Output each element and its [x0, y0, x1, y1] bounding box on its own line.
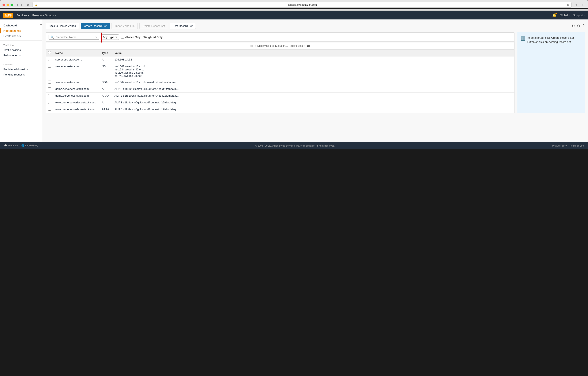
row-type: A — [100, 100, 112, 106]
row-checkbox[interactable] — [48, 58, 51, 61]
support-menu[interactable]: Support ▾ — [573, 14, 585, 17]
top-navigation: aws Services ▾ Resource Groups ▾ 🔔 Globa… — [0, 11, 588, 20]
maximize-button[interactable] — [10, 4, 13, 6]
refresh-icon[interactable]: ↻ — [572, 24, 575, 28]
row-type: NS — [100, 63, 112, 79]
sidebar-item-policy-records[interactable]: Policy records — [0, 53, 42, 58]
back-nav-button[interactable]: ‹ — [15, 2, 19, 7]
language-selector[interactable]: 🌐 English (US) — [21, 144, 38, 147]
address-bar[interactable]: 🔒 console.aws.amazon.com ↻ — [32, 2, 572, 8]
search-input[interactable] — [55, 35, 94, 39]
row-name: www.demo.serverless-stack.com. — [53, 100, 100, 106]
table-row[interactable]: serverless-stack.com. A 104.198.14.52 — [46, 56, 514, 63]
aws-logo: aws — [3, 13, 13, 18]
records-table: Name Type Value serverless-stack.com. A … — [46, 49, 514, 113]
filter-bar: 🔍 ✕ Any TypeAAAAACNAMEMXNSPTRSOASPFSRVTX… — [46, 33, 514, 42]
prev-page-button[interactable]: ‹ — [255, 44, 256, 48]
table-row[interactable]: www.demo.serverless-stack.com. AAAA ALIA… — [46, 106, 514, 113]
sidebar-item-traffic-policies[interactable]: Traffic policies — [0, 47, 42, 53]
row-value: ALIAS d1fu8eyhy6gqlt.cloudfront.net. (z2… — [112, 100, 514, 106]
row-value: ALIAS d1r8102xi6mdx3.cloudfront.net. (z2… — [112, 86, 514, 93]
settings-icon[interactable]: ⚙ — [577, 24, 580, 28]
services-chevron-icon: ▾ — [28, 14, 29, 16]
table-row[interactable]: www.demo.serverless-stack.com. A ALIAS d… — [46, 100, 514, 106]
row-type: AAAA — [100, 106, 112, 113]
row-checkbox[interactable] — [48, 101, 51, 104]
footer: 💬 Feedback 🌐 English (US) © 2008 - 2018,… — [0, 142, 588, 149]
notifications-button[interactable]: 🔔 — [552, 13, 556, 17]
table-row[interactable]: serverless-stack.com. SOA ns-1667.awsdns… — [46, 79, 514, 86]
global-menu[interactable]: Global ▾ — [560, 14, 570, 17]
copyright-text: © 2008 - 2018, Amazon Web Services, Inc.… — [255, 144, 335, 147]
row-name: demo.serverless-stack.com. — [53, 93, 100, 100]
row-value: ALIAS d1fu8eyhy6gqlt.cloudfront.net. (z2… — [112, 106, 514, 113]
content-area: Back to Hosted Zones Create Record Set I… — [42, 20, 588, 142]
sidebar-item-health-checks[interactable]: Health checks — [0, 33, 42, 39]
sidebar-collapse-button[interactable]: ◀ — [40, 23, 42, 26]
next-page-button[interactable]: › — [304, 44, 305, 48]
delete-record-set-button[interactable]: Delete Record Set — [139, 23, 168, 29]
aliases-only-checkbox[interactable] — [121, 36, 124, 39]
table-row[interactable]: serverless-stack.com. NS ns-1667.awsdns-… — [46, 63, 514, 79]
clear-search-icon[interactable]: ✕ — [95, 36, 97, 39]
row-value: 104.198.14.52 — [112, 56, 514, 63]
sidebar-item-hosted-zones[interactable]: Hosted zones — [0, 28, 42, 33]
sidebar: ◀ Dashboard Hosted zones Health checks T… — [0, 20, 42, 142]
row-checkbox[interactable] — [48, 108, 51, 111]
row-checkbox[interactable] — [48, 81, 51, 84]
row-name: serverless-stack.com. — [53, 79, 100, 86]
records-table-container: 🔍 ✕ Any TypeAAAAACNAMEMXNSPTRSOASPFSRVTX… — [46, 32, 514, 113]
row-value: ALIAS d1r8102xi6mdx3.cloudfront.net. (z2… — [112, 93, 514, 100]
resource-groups-chevron-icon: ▾ — [55, 14, 56, 16]
row-value: ns-1667.awsdns-16.co.uk. awsdns-hostmast… — [112, 79, 514, 86]
row-name: demo.serverless-stack.com. — [53, 86, 100, 93]
feedback-button[interactable]: 💬 Feedback — [4, 144, 18, 147]
services-menu[interactable]: Services ▾ — [16, 14, 29, 17]
row-value: ns-1667.awsdns-16.co.uk. ns-1284.awsdns-… — [112, 63, 514, 79]
close-button[interactable] — [2, 4, 5, 6]
minimize-button[interactable] — [7, 4, 9, 6]
privacy-policy-link[interactable]: Privacy Policy — [552, 144, 567, 147]
sidebar-item-dashboard[interactable]: Dashboard — [0, 23, 42, 28]
domains-section: Domains — [0, 62, 42, 66]
pagination-text: Displaying 1 to 12 out of 12 Record Sets — [257, 44, 303, 47]
type-column-header: Type — [100, 50, 112, 56]
first-page-button[interactable]: ⏮ — [250, 44, 253, 48]
table-row[interactable]: demo.serverless-stack.com. A ALIAS d1r81… — [46, 86, 514, 93]
pagination-bar: ⏮ ‹ Displaying 1 to 12 out of 12 Record … — [46, 43, 514, 49]
row-checkbox[interactable] — [48, 65, 51, 68]
create-record-set-button[interactable]: Create Record Set — [81, 23, 110, 29]
value-column-header: Value — [112, 50, 514, 56]
table-row[interactable]: demo.serverless-stack.com. AAAA ALIAS d1… — [46, 93, 514, 100]
support-chevron-icon: ▾ — [584, 14, 585, 16]
new-tab-button[interactable]: ＋ — [580, 2, 586, 7]
help-icon[interactable]: ? — [583, 24, 585, 28]
row-type: A — [100, 86, 112, 93]
import-zone-file-button[interactable]: Import Zone File — [112, 23, 138, 29]
test-record-set-button[interactable]: Test Record Set — [170, 23, 196, 29]
resource-groups-menu[interactable]: Resource Groups ▾ — [32, 14, 56, 17]
weighted-only-label: Weighted Only — [143, 35, 163, 39]
sidebar-item-registered-domains[interactable]: Registered domains — [0, 66, 42, 72]
reload-button[interactable]: ↻ — [567, 3, 569, 7]
row-name: serverless-stack.com. — [53, 63, 100, 79]
toolbar: Back to Hosted Zones Create Record Set I… — [46, 23, 585, 29]
terms-of-use-link[interactable]: Terms of Use — [570, 144, 584, 147]
share-button[interactable]: ⬆ — [574, 2, 579, 7]
row-type: SOA — [100, 79, 112, 86]
row-checkbox[interactable] — [48, 94, 51, 97]
last-page-button[interactable]: ⏭ — [307, 44, 310, 48]
row-checkbox[interactable] — [48, 87, 51, 90]
sidebar-item-pending-requests[interactable]: Pending requests — [0, 72, 42, 77]
type-select[interactable]: Any TypeAAAAACNAMEMXNSPTRSOASPFSRVTXT — [101, 34, 119, 40]
back-to-hosted-zones-button[interactable]: Back to Hosted Zones — [46, 23, 79, 29]
right-panel-text: To get started, click Create Record Set … — [527, 36, 581, 44]
aws-logo-text: aws — [5, 13, 12, 17]
window-toggle-button[interactable]: ⧉ — [26, 3, 31, 7]
right-panel: ℹ️ To get started, click Create Record S… — [517, 32, 585, 113]
info-icon: ℹ️ — [521, 36, 525, 44]
select-all-checkbox[interactable] — [48, 51, 51, 54]
forward-nav-button[interactable]: › — [20, 2, 23, 7]
aliases-only-label[interactable]: Aliases Only — [121, 35, 140, 39]
name-column-header: Name — [53, 50, 100, 56]
